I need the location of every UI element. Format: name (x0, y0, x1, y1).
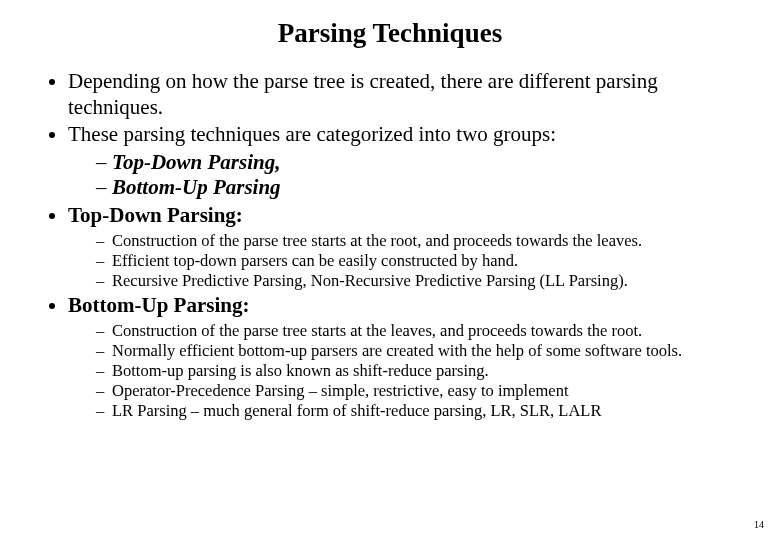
bullet-item: Depending on how the parse tree is creat… (68, 69, 740, 120)
bullet-text: These parsing techniques are categorized… (68, 122, 556, 146)
sub-item: Construction of the parse tree starts at… (96, 321, 740, 341)
sub-list: Top-Down Parsing, Bottom-Up Parsing (68, 150, 740, 201)
bullet-text: Top-Down Parsing: (68, 203, 243, 227)
sub-item: Operator-Precedence Parsing – simple, re… (96, 381, 740, 401)
bullet-item: These parsing techniques are categorized… (68, 122, 740, 201)
bullet-item: Bottom-Up Parsing: Construction of the p… (68, 293, 740, 421)
slide: Parsing Techniques Depending on how the … (0, 0, 780, 540)
bullet-list: Depending on how the parse tree is creat… (40, 69, 740, 421)
sub-item: Top-Down Parsing, (96, 150, 740, 176)
sub-item: Efficient top-down parsers can be easily… (96, 251, 740, 271)
sub-list: Construction of the parse tree starts at… (68, 321, 740, 422)
sub-item: Bottom-up parsing is also known as shift… (96, 361, 740, 381)
bullet-item: Top-Down Parsing: Construction of the pa… (68, 203, 740, 291)
slide-title: Parsing Techniques (40, 18, 740, 49)
sub-item: Bottom-Up Parsing (96, 175, 740, 201)
sub-text: Bottom-Up Parsing (112, 175, 281, 199)
page-number: 14 (754, 519, 764, 530)
sub-item: Recursive Predictive Parsing, Non-Recurs… (96, 271, 740, 291)
sub-item: LR Parsing – much general form of shift-… (96, 401, 740, 421)
sub-text: Top-Down Parsing, (112, 150, 280, 174)
bullet-text: Bottom-Up Parsing: (68, 293, 249, 317)
sub-item: Construction of the parse tree starts at… (96, 231, 740, 251)
sub-list: Construction of the parse tree starts at… (68, 231, 740, 291)
sub-item: Normally efficient bottom-up parsers are… (96, 341, 740, 361)
